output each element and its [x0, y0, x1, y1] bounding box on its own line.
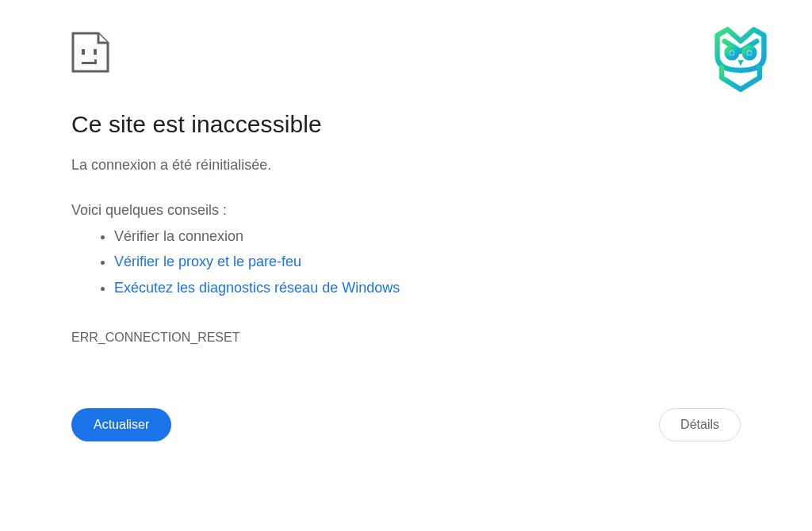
tip-link-diagnostics[interactable]: Exécutez les diagnostics réseau de Windo… [114, 280, 400, 296]
svg-point-3 [747, 51, 752, 55]
sad-page-icon [71, 32, 741, 73]
tip-text: Vérifier la connexion [114, 228, 243, 244]
page-title: Ce site est inaccessible [71, 111, 741, 138]
owl-logo-icon [704, 22, 777, 95]
svg-rect-7 [94, 59, 97, 62]
button-row: Actualiser Détails [71, 408, 741, 441]
tip-item: Exécutez les diagnostics réseau de Windo… [114, 275, 741, 300]
error-code: ERR_CONNECTION_RESET [71, 330, 741, 345]
tip-link-proxy[interactable]: Vérifier le proxy et le pare-feu [114, 254, 301, 269]
svg-rect-4 [82, 49, 85, 55]
svg-rect-6 [82, 62, 97, 64]
svg-rect-5 [94, 49, 97, 55]
tip-item: Vérifier la connexion [114, 223, 741, 249]
tip-item: Vérifier le proxy et le pare-feu [114, 249, 741, 274]
tips-list: Vérifier la connexion Vérifier le proxy … [71, 223, 741, 300]
refresh-button[interactable]: Actualiser [71, 408, 171, 441]
svg-point-2 [730, 51, 734, 55]
tips-intro: Voici quelques conseils : [71, 202, 741, 219]
error-page: Ce site est inaccessible La connexion a … [0, 0, 812, 441]
error-subtitle: La connexion a été réinitialisée. [71, 157, 741, 174]
details-button[interactable]: Détails [659, 408, 741, 441]
